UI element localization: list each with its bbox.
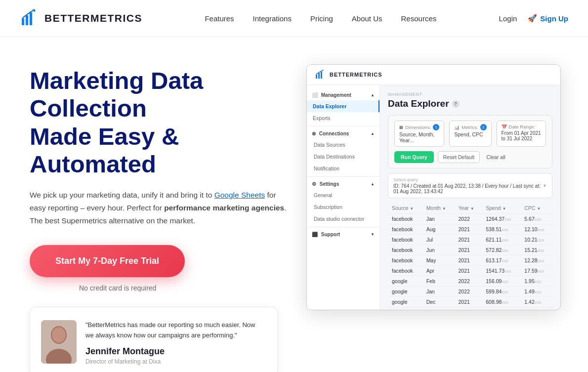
google-sheets-link[interactable]: Google Sheets xyxy=(214,191,265,199)
sidebar-item-data-studio[interactable]: Data studio connector xyxy=(307,213,379,225)
sidebar-settings-header[interactable]: ⚙ Settings ▲ xyxy=(307,179,379,189)
metrics-badge: 2 xyxy=(480,124,487,130)
support-icon: ⬛ xyxy=(312,232,318,237)
cell-month: Dec xyxy=(422,297,455,307)
query-selector[interactable]: Select query ID: 764 / Created at 01 Aug… xyxy=(388,173,552,198)
col-cpc[interactable]: CPC ▼ xyxy=(520,203,552,214)
dashboard-main-panel: MANAGEMENT Data Explorer ? ⊞ Dimens xyxy=(380,85,560,310)
sort-icon-cpc: ▼ xyxy=(537,207,541,211)
main-nav: Features Integrations Pricing About Us R… xyxy=(205,14,436,23)
nav-pricing[interactable]: Pricing xyxy=(310,14,333,23)
cell-cpc: 1.42xxx xyxy=(520,297,552,307)
cell-spend: 572.82xxx xyxy=(482,245,520,255)
metrics-icon: 📊 xyxy=(454,125,460,130)
dashboard-mockup: BETTERMETRICS ⬜ Management ▲ Data Expl xyxy=(306,64,561,310)
cell-source: google xyxy=(388,276,422,287)
svg-rect-7 xyxy=(316,75,317,79)
cell-month: Aug xyxy=(422,224,455,235)
cell-source: google xyxy=(388,287,422,297)
table-row: google Feb 2022 156.09xxx 1.95xxx xyxy=(388,276,552,287)
dashboard-body: ⬜ Management ▲ Data Explorer Exports xyxy=(307,85,560,310)
grid-icon: ⊞ xyxy=(399,125,403,130)
nav-resources[interactable]: Resources xyxy=(401,14,437,23)
svg-rect-0 xyxy=(22,18,24,25)
cta-section: Start My 7-Day Free Trial xyxy=(30,245,292,277)
management-icon: ⬜ xyxy=(312,92,318,98)
cta-button[interactable]: Start My 7-Day Free Trial xyxy=(30,245,185,277)
col-month[interactable]: Month ▼ xyxy=(422,203,455,214)
clear-all-button[interactable]: Clear all xyxy=(484,152,508,163)
logo-text: BETTERMETRICS xyxy=(44,12,142,24)
help-icon[interactable]: ? xyxy=(452,100,460,108)
query-buttons-row: Run Query Reset Default Clear all xyxy=(394,151,546,163)
main-content: Marketing Data Collection Made Easy & Au… xyxy=(0,37,588,372)
cell-spend: 538.51xxx xyxy=(482,224,520,235)
table-row: facebook Aug 2021 538.51xxx 12.10xxx xyxy=(388,224,552,235)
dashboard-logo-icon xyxy=(315,69,326,80)
cell-source: facebook xyxy=(388,255,422,266)
sidebar-connections-header[interactable]: ⊗ Connections ▲ xyxy=(307,128,379,139)
highlight-text: performance marketing agencies xyxy=(164,204,284,212)
dimensions-field[interactable]: ⊞ Dimensions: 1 Source, Month, Year... xyxy=(394,121,444,147)
login-button[interactable]: Login xyxy=(499,14,517,23)
metrics-field[interactable]: 📊 Metrics: 2 Spend, CPC xyxy=(449,121,491,147)
nav-actions: Login 🚀 Sign Up xyxy=(499,14,568,23)
cell-year: 2021 xyxy=(455,255,482,266)
cell-year: 2021 xyxy=(455,266,482,276)
signup-button[interactable]: 🚀 Sign Up xyxy=(528,14,568,23)
select-query-label: Select query xyxy=(393,177,543,182)
sort-icon: ▼ xyxy=(410,207,414,211)
cell-spend: 608.98xxx xyxy=(482,297,520,307)
sidebar-item-exports[interactable]: Exports xyxy=(307,112,379,124)
col-source[interactable]: Source ▼ xyxy=(388,203,422,214)
cell-month: Jan xyxy=(422,214,455,224)
connections-collapse-icon: ▲ xyxy=(371,131,375,136)
sidebar-item-general[interactable]: General xyxy=(307,189,379,201)
sidebar-item-data-explorer[interactable]: Data Explorer xyxy=(307,100,379,112)
sort-icon-spend: ▼ xyxy=(502,207,506,211)
col-year[interactable]: Year ▼ xyxy=(455,203,482,214)
cell-year: 2021 xyxy=(455,245,482,255)
date-range-field[interactable]: 📅 Date Range: From 01 Apr 2021 to 31 Jul… xyxy=(497,121,546,147)
col-spend[interactable]: Spend ▼ xyxy=(482,203,520,214)
table-row: facebook Jul 2021 621.11xxx 10.21xxx xyxy=(388,235,552,245)
data-table: Source ▼ Month ▼ Year ▼ Spend ▼ CPC ▼ fa… xyxy=(388,203,552,307)
svg-rect-1 xyxy=(26,15,28,25)
cell-year: 2021 xyxy=(455,235,482,245)
nav-about[interactable]: About Us xyxy=(352,14,382,23)
cell-cpc: 15.21xxx xyxy=(520,245,552,255)
cell-spend: 621.11xxx xyxy=(482,235,520,245)
cell-year: 2022 xyxy=(455,287,482,297)
collapse-icon: ▲ xyxy=(371,93,375,97)
cell-source: facebook xyxy=(388,245,422,255)
dimensions-label-row: ⊞ Dimensions: 1 xyxy=(399,124,439,130)
table-row: google Dec 2021 608.98xxx 1.42xxx xyxy=(388,297,552,307)
testimonial-card: "BetterMetrics has made our reporting so… xyxy=(30,307,278,372)
hero-description: We pick up your marketing data, unify it… xyxy=(30,189,292,227)
dashboard-sidebar: ⬜ Management ▲ Data Explorer Exports xyxy=(307,85,380,310)
cell-cpc: 12.28xxx xyxy=(520,255,552,266)
sidebar-item-data-sources[interactable]: Data Sources xyxy=(307,139,379,151)
table-row: facebook Jan 2022 1264.37xxx 5.67xxx xyxy=(388,214,552,224)
sidebar-support-header[interactable]: ⬛ Support ▼ xyxy=(307,229,379,240)
data-table-container: Source ▼ Month ▼ Year ▼ Spend ▼ CPC ▼ fa… xyxy=(388,203,552,307)
nav-integrations[interactable]: Integrations xyxy=(253,14,292,23)
cell-month: Jan xyxy=(422,287,455,297)
metrics-label-row: 📊 Metrics: 2 xyxy=(454,124,486,130)
avatar-silhouette xyxy=(41,320,77,364)
dimensions-badge: 1 xyxy=(433,124,439,130)
sidebar-item-notification[interactable]: Notification xyxy=(307,163,379,174)
testimonial-title: Director of Marketing at Dixa xyxy=(85,358,264,365)
sidebar-management-header[interactable]: ⬜ Management ▲ xyxy=(307,90,379,100)
cell-cpc: 5.67xxx xyxy=(520,214,552,224)
run-query-button[interactable]: Run Query xyxy=(394,151,434,163)
cell-source: facebook xyxy=(388,224,422,235)
reset-default-button[interactable]: Reset Default xyxy=(438,151,480,163)
sort-icon-year: ▼ xyxy=(470,207,474,211)
sidebar-item-subscription[interactable]: Subscription xyxy=(307,201,379,213)
logo-area[interactable]: BETTERMETRICS xyxy=(20,8,142,28)
sidebar-item-data-destinations[interactable]: Data Destinations xyxy=(307,151,379,163)
nav-features[interactable]: Features xyxy=(205,14,234,23)
query-builder: ⊞ Dimensions: 1 Source, Month, Year... 📊 xyxy=(388,115,552,168)
page-title: Data Explorer ? xyxy=(388,98,552,109)
